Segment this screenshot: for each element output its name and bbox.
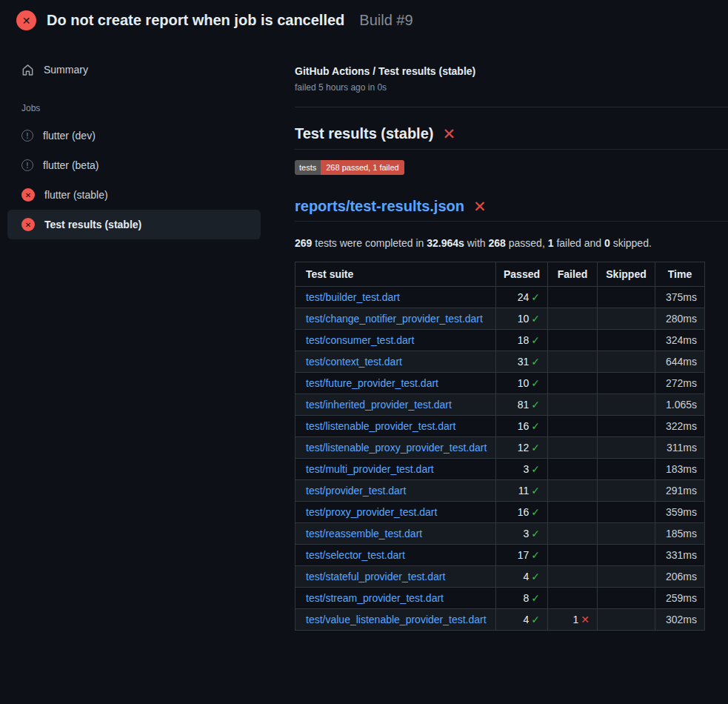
skipped-cell: [598, 609, 655, 631]
sidebar-job-item[interactable]: Test results (stable): [7, 210, 261, 239]
test-suite-link[interactable]: test/inherited_provider_test.dart: [306, 399, 452, 411]
test-suite-link[interactable]: test/proxy_provider_test.dart: [306, 506, 437, 518]
sidebar-job-item[interactable]: flutter (dev): [7, 121, 261, 150]
skipped-cell: [598, 502, 655, 523]
test-suite-link[interactable]: test/provider_test.dart: [306, 485, 406, 497]
table-row: test/inherited_provider_test.dart 81✓ ✕ …: [295, 394, 705, 416]
tests-badge: tests 268 passed, 1 failed: [295, 160, 404, 175]
test-suite-link[interactable]: test/multi_provider_test.dart: [306, 463, 434, 475]
test-suite-link[interactable]: test/value_listenable_provider_test.dart: [306, 614, 487, 625]
skipped-cell: [598, 588, 655, 609]
failed-x-icon: ✕: [442, 126, 455, 142]
table-row: test/consumer_test.dart 18✓ ✕ 324ms: [295, 330, 705, 351]
failed-cell: 1✕: [548, 609, 598, 631]
sidebar-job-item[interactable]: flutter (beta): [7, 150, 261, 180]
table-header-row: Test suite Passed Failed Skipped Time: [295, 262, 705, 287]
passed-cell: 12✓: [496, 437, 548, 459]
failed-cell: ✕: [548, 523, 598, 545]
sidebar: Summary Jobs flutter (dev) flutter (beta…: [7, 56, 261, 239]
passed-cell: 11✓: [496, 480, 548, 502]
failed-cell: ✕: [548, 480, 598, 502]
table-row: test/multi_provider_test.dart 3✓ ✕ 183ms: [295, 459, 705, 480]
time-cell: 259ms: [655, 588, 705, 609]
test-suite-link[interactable]: test/selector_test.dart: [306, 549, 405, 561]
failed-cell: ✕: [548, 287, 598, 308]
run-meta: failed 5 hours ago in 0s: [295, 82, 728, 93]
test-suite-link[interactable]: test/context_test.dart: [306, 356, 402, 368]
time-cell: 359ms: [655, 502, 705, 523]
test-suite-link[interactable]: test/stream_provider_test.dart: [306, 592, 444, 604]
table-row: test/change_notifier_provider_test.dart …: [295, 308, 705, 330]
passed-cell: 3✓: [496, 459, 548, 480]
failed-cell: ✕: [548, 566, 598, 588]
check-icon: ✓: [531, 506, 540, 518]
table-row: test/value_listenable_provider_test.dart…: [295, 609, 705, 631]
test-suite-link[interactable]: test/stateful_provider_test.dart: [306, 571, 445, 582]
check-icon: ✓: [531, 313, 540, 325]
time-cell: 324ms: [655, 330, 705, 351]
test-suite-link[interactable]: test/builder_test.dart: [306, 291, 400, 303]
sidebar-summary-label: Summary: [44, 64, 88, 76]
report-file-link[interactable]: reports/test-results.json: [295, 198, 464, 215]
table-row: test/proxy_provider_test.dart 16✓ ✕ 359m…: [295, 502, 705, 523]
skipped-cell: [598, 416, 655, 437]
job-label: flutter (dev): [43, 130, 96, 142]
passed-cell: 17✓: [496, 545, 548, 566]
skipped-cell: [598, 566, 655, 588]
sidebar-job-item[interactable]: flutter (stable): [7, 180, 261, 210]
check-icon: ✓: [531, 463, 540, 475]
time-cell: 302ms: [655, 609, 705, 631]
time-cell: 331ms: [655, 545, 705, 566]
failed-cell: ✕: [548, 545, 598, 566]
time-cell: 1.065s: [655, 394, 705, 416]
test-suite-link[interactable]: test/change_notifier_provider_test.dart: [306, 313, 483, 325]
passed-cell: 4✓: [496, 566, 548, 588]
sidebar-item-summary[interactable]: Summary: [7, 56, 261, 83]
table-row: test/provider_test.dart 11✓ ✕ 291ms: [295, 480, 705, 502]
check-icon: ✓: [531, 377, 540, 389]
job-status-icon: [21, 218, 35, 231]
job-status-icon: [21, 188, 35, 202]
test-suite-link[interactable]: test/listenable_provider_test.dart: [306, 420, 455, 432]
run-header: ✕ Do not create report when job is cance…: [16, 10, 413, 30]
column-header-time: Time: [655, 262, 705, 287]
failed-cell: ✕: [548, 502, 598, 523]
failed-cell: ✕: [548, 308, 598, 330]
job-label: flutter (stable): [44, 189, 108, 201]
failed-cell: ✕: [548, 459, 598, 480]
passed-cell: 16✓: [496, 502, 548, 523]
run-title: Do not create report when job is cancell…: [47, 12, 344, 29]
skipped-cell: [598, 437, 655, 459]
passed-cell: 24✓: [496, 287, 548, 308]
passed-cell: 8✓: [496, 588, 548, 609]
check-icon: ✓: [531, 442, 540, 454]
check-icon: ✓: [531, 291, 540, 303]
passed-cell: 16✓: [496, 416, 548, 437]
failed-cell: ✕: [548, 437, 598, 459]
failed-cell: ✕: [548, 351, 598, 373]
failed-cell: ✕: [548, 588, 598, 609]
check-icon: ✓: [531, 334, 540, 346]
skipped-cell: [598, 373, 655, 394]
test-suite-link[interactable]: test/reassemble_test.dart: [306, 528, 422, 539]
skipped-cell: [598, 545, 655, 566]
check-icon: ✓: [531, 571, 540, 582]
skipped-cell: [598, 351, 655, 373]
jobs-list: flutter (dev) flutter (beta) flutter (st…: [7, 121, 261, 239]
passed-cell: 81✓: [496, 394, 548, 416]
table-row: test/stream_provider_test.dart 8✓ ✕ 259m…: [295, 588, 705, 609]
skipped-cell: [598, 394, 655, 416]
test-suite-link[interactable]: test/listenable_proxy_provider_test.dart: [306, 442, 487, 454]
jobs-heading: Jobs: [21, 103, 261, 113]
check-icon: ✓: [531, 614, 540, 625]
time-cell: 311ms: [655, 437, 705, 459]
test-suite-link[interactable]: test/future_provider_test.dart: [306, 377, 438, 389]
time-cell: 206ms: [655, 566, 705, 588]
check-icon: ✓: [531, 592, 540, 604]
failed-cell: ✕: [548, 394, 598, 416]
test-suite-link[interactable]: test/consumer_test.dart: [306, 334, 414, 346]
failed-cell: ✕: [548, 330, 598, 351]
section-title: Test results (stable): [295, 125, 433, 142]
job-status-icon: [21, 130, 33, 142]
failed-x-icon: ✕: [473, 199, 487, 214]
